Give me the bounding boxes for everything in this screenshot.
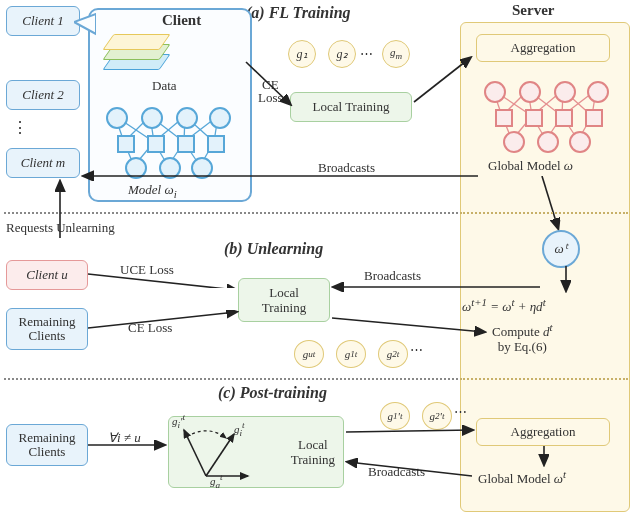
aggregation-c: Aggregation xyxy=(476,418,610,446)
diagram-root: { "clients": { "c1": "Client 1", "c2": "… xyxy=(0,0,640,520)
remain-b-label: RemainingClients xyxy=(18,315,75,343)
client-bubble-title: Client xyxy=(162,12,201,29)
data-label: Data xyxy=(152,78,177,94)
aggregation-a: Aggregation xyxy=(476,34,610,62)
arrow-w-to-wt xyxy=(536,176,566,238)
client-1-label: Client 1 xyxy=(22,13,64,29)
update-eqn: ωt+1 = ωt + ηdt xyxy=(462,296,546,315)
aggregation-c-label: Aggregation xyxy=(511,424,576,440)
local-training-a-label: Local Training xyxy=(313,99,390,115)
global-model-a-label: Global Model ω xyxy=(488,158,573,174)
remain-c-label: RemainingClients xyxy=(18,431,75,459)
svg-line-34 xyxy=(414,58,470,102)
divider-1-left xyxy=(4,212,458,214)
section-c-title: (c) Post-training xyxy=(218,384,327,402)
arrow-train-to-compute xyxy=(330,316,490,340)
g1t-badge: g1t xyxy=(336,340,366,368)
arrow-bc-c xyxy=(344,458,478,484)
local-training-b: LocalTraining xyxy=(238,278,330,322)
divider-2-right xyxy=(460,378,628,380)
g2t-badge: g2t xyxy=(378,340,408,368)
arrow-bc-b xyxy=(330,282,546,292)
divider-1-right xyxy=(460,212,628,214)
model-wi-label: Model ωi xyxy=(128,182,177,200)
local-training-a: Local Training xyxy=(290,92,412,122)
g2-text: g₂ xyxy=(337,47,348,62)
g2-badge: g₂ xyxy=(328,40,356,68)
divider-2-left xyxy=(4,378,458,380)
remain-b-box: RemainingClients xyxy=(6,308,88,350)
svg-line-36 xyxy=(542,176,558,228)
svg-line-47 xyxy=(346,430,472,432)
local-training-b-label: LocalTraining xyxy=(262,285,306,315)
gat-label: gat xyxy=(210,472,223,490)
client-m-label: Client m xyxy=(21,155,65,171)
gm-text: gm xyxy=(390,46,402,61)
arrow-data-to-train xyxy=(240,56,300,116)
bubble-tail xyxy=(74,8,96,40)
arrow-broadcasts-a xyxy=(80,152,488,182)
server-title: Server xyxy=(512,2,554,19)
g-ellipsis: ⋯ xyxy=(360,46,375,62)
section-a-title: (a) FL Training xyxy=(246,4,351,22)
arrow-train-to-agg-c xyxy=(344,420,478,436)
client-u-label: Client u xyxy=(26,267,68,283)
local-training-c-label: LocalTraining xyxy=(291,437,335,467)
client-2-box: Client 2 xyxy=(6,80,80,110)
svg-line-48 xyxy=(348,462,472,476)
svg-line-39 xyxy=(88,312,236,328)
section-b-title: (b) Unlearning xyxy=(224,240,323,258)
client-1-box: Client 1 xyxy=(6,6,80,36)
clients-ellipsis: ⋮ xyxy=(12,118,30,137)
svg-marker-0 xyxy=(74,14,96,34)
svg-line-33 xyxy=(246,62,290,104)
client-u-box: Client u xyxy=(6,260,88,290)
global-model-icon xyxy=(478,78,608,152)
client-2-label: Client 2 xyxy=(22,87,64,103)
g-ellipsis-b: ⋯ xyxy=(410,342,425,358)
svg-line-43 xyxy=(184,430,206,476)
svg-line-38 xyxy=(88,274,236,288)
git-label: git xyxy=(234,420,245,438)
arrow-uce xyxy=(88,266,240,288)
wt-node: ωᵗ xyxy=(542,230,580,268)
compute-dt-label: Compute dtby Eq.(6) xyxy=(492,320,552,354)
client-m-box: Client m xyxy=(6,148,80,178)
remain-c-box: RemainingClients xyxy=(6,424,88,466)
gut-badge: gut xyxy=(294,340,324,368)
arrow-train-to-agg xyxy=(412,54,478,104)
arrow-wt-down xyxy=(560,266,580,296)
data-icon xyxy=(100,30,170,76)
global-model-c-label: Global Model ωt xyxy=(478,468,566,487)
svg-line-44 xyxy=(206,434,234,476)
svg-line-41 xyxy=(332,318,484,332)
arrow-ce-b xyxy=(88,310,240,332)
arrow-agg-to-global-c xyxy=(536,446,554,468)
aggregation-a-label: Aggregation xyxy=(511,40,576,56)
gm-badge: gm xyxy=(382,40,410,68)
arrow-req-unlearn xyxy=(50,178,70,242)
g-ellipsis-c: ⋯ xyxy=(454,404,469,420)
wt-label: ωᵗ xyxy=(554,241,567,257)
arrow-remain-to-train-c xyxy=(88,438,170,452)
gip-label: gi't xyxy=(172,412,185,430)
